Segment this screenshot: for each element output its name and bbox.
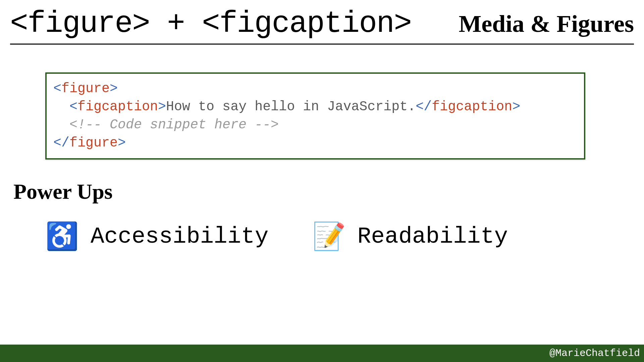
power-up-accessibility: ♿ Accessibility	[45, 223, 269, 250]
power-up-label: Readability	[358, 224, 508, 249]
code-line-2: <figcaption>How to say hello in JavaScri…	[53, 98, 577, 116]
slide: <figure> + <figcaption> Media & Figures …	[0, 0, 644, 362]
power-up-label: Accessibility	[91, 224, 269, 249]
tag-name: figcaption	[77, 99, 158, 114]
tag-name: figure	[61, 81, 110, 96]
tag-name: figure	[69, 135, 118, 150]
indent	[53, 117, 69, 132]
angle-bracket: >	[110, 81, 118, 96]
power-ups-heading: Power Ups	[13, 179, 113, 204]
slide-category: Media & Figures	[459, 10, 634, 38]
memo-icon: 📝	[312, 223, 346, 250]
code-comment: <!-- Code snippet here -->	[69, 117, 279, 132]
code-text: How to say hello in JavaScript.	[166, 99, 416, 114]
accessibility-icon: ♿	[45, 223, 79, 250]
angle-bracket: <	[53, 81, 61, 96]
angle-bracket: >	[118, 135, 126, 150]
code-example-box: <figure> <figcaption>How to say hello in…	[45, 72, 585, 160]
angle-bracket: >	[512, 99, 520, 114]
power-up-readability: 📝 Readability	[312, 223, 508, 250]
header: <figure> + <figcaption> Media & Figures	[10, 7, 634, 45]
angle-bracket: </	[53, 135, 69, 150]
angle-bracket: </	[416, 99, 432, 114]
twitter-handle: @MarieChatfield	[549, 348, 640, 359]
tag-name: figcaption	[432, 99, 512, 114]
code-line-3: <!-- Code snippet here -->	[53, 116, 577, 134]
slide-title: <figure> + <figcaption>	[10, 7, 411, 41]
code-line-4: </figure>	[53, 134, 577, 152]
footer-bar: @MarieChatfield	[0, 345, 644, 362]
code-line-1: <figure>	[53, 80, 577, 98]
angle-bracket: <	[69, 99, 77, 114]
power-ups-row: ♿ Accessibility 📝 Readability	[45, 223, 508, 250]
angle-bracket: >	[158, 99, 166, 114]
indent	[53, 99, 69, 114]
